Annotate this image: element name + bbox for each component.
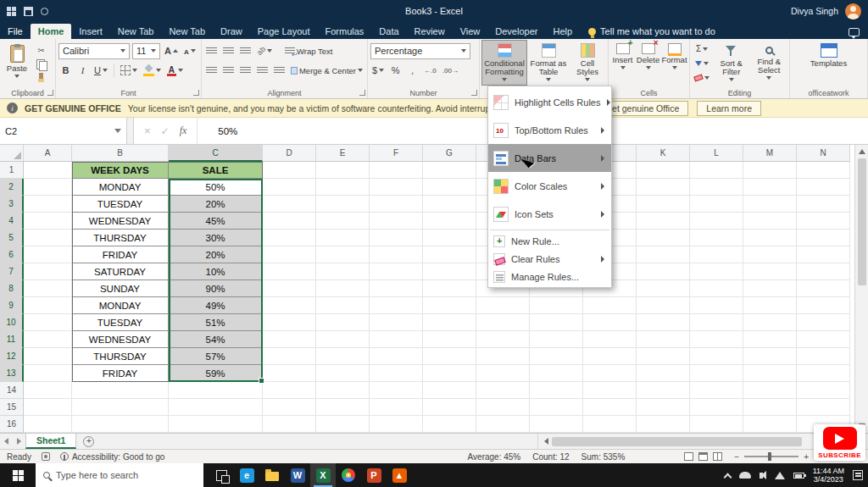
cell-C12[interactable]: 57% <box>169 348 263 365</box>
cell-N9[interactable] <box>797 297 850 314</box>
cell-N15[interactable] <box>797 399 850 416</box>
tab-new-tab[interactable]: New Tab <box>110 24 162 39</box>
taskbar-app-powerpoint[interactable]: P <box>361 463 387 487</box>
cell-I11[interactable] <box>530 331 583 348</box>
cell-F8[interactable] <box>370 280 423 297</box>
sort-filter-button[interactable]: Sort & Filter <box>714 42 749 86</box>
formula-input[interactable]: 50% <box>198 118 237 144</box>
find-select-button[interactable]: Find & Select <box>752 42 787 86</box>
cell-A9[interactable] <box>24 297 72 314</box>
cell-D4[interactable] <box>263 213 316 230</box>
bold-button[interactable]: B <box>58 63 73 78</box>
cell-J16[interactable] <box>583 416 637 433</box>
row-header-15[interactable]: 15 <box>0 399 24 416</box>
col-header-A[interactable]: A <box>24 145 72 162</box>
cell-I13[interactable] <box>530 365 583 382</box>
cell-H9[interactable] <box>476 297 530 314</box>
start-button[interactable] <box>0 463 36 487</box>
cell-H16[interactable] <box>476 416 530 433</box>
cell-M9[interactable] <box>743 297 797 314</box>
cell-K11[interactable] <box>637 331 690 348</box>
cell-E15[interactable] <box>316 399 370 416</box>
align-right-button[interactable] <box>238 63 253 78</box>
cell-E6[interactable] <box>316 246 370 263</box>
cell-D11[interactable] <box>263 331 316 348</box>
cell-K10[interactable] <box>637 314 690 331</box>
cell-M3[interactable] <box>743 196 797 213</box>
cell-M12[interactable] <box>743 348 797 365</box>
cell-E16[interactable] <box>316 416 370 433</box>
cell-C4[interactable]: 45% <box>169 213 263 230</box>
cell-E12[interactable] <box>316 348 370 365</box>
cell-N3[interactable] <box>797 196 850 213</box>
cell-M14[interactable] <box>743 382 797 399</box>
cell-N14[interactable] <box>797 382 850 399</box>
cell-C6[interactable]: 20% <box>169 246 263 263</box>
tab-help[interactable]: Help <box>545 24 580 39</box>
cell-F12[interactable] <box>370 348 423 365</box>
cell-B1[interactable]: WEEK DAYS <box>72 162 169 179</box>
normal-view-icon[interactable] <box>684 452 693 461</box>
cell-B5[interactable]: THURSDAY <box>72 230 169 246</box>
cell-H13[interactable] <box>476 365 530 382</box>
zoom-out-icon[interactable] <box>734 452 739 462</box>
cell-K1[interactable] <box>637 162 690 179</box>
cell-D14[interactable] <box>263 382 316 399</box>
comments-icon[interactable] <box>849 28 860 36</box>
cell-K6[interactable] <box>637 246 690 263</box>
cell-D2[interactable] <box>263 179 316 196</box>
cell-M13[interactable] <box>743 365 797 382</box>
cell-F2[interactable] <box>370 179 423 196</box>
cell-G2[interactable] <box>423 179 476 196</box>
cell-G12[interactable] <box>423 348 476 365</box>
cell-M8[interactable] <box>743 280 797 297</box>
cell-G11[interactable] <box>423 331 476 348</box>
cell-I16[interactable] <box>530 416 583 433</box>
cell-D7[interactable] <box>263 263 316 280</box>
cell-B10[interactable]: TUESDAY <box>72 314 169 331</box>
row-header-16[interactable]: 16 <box>0 416 24 433</box>
row-header-13[interactable]: 13 <box>0 365 24 382</box>
cell-A6[interactable] <box>24 246 72 263</box>
number-format-select[interactable]: Percentage <box>370 43 470 59</box>
cell-J13[interactable] <box>583 365 637 382</box>
zoom-slider-thumb[interactable] <box>768 452 771 461</box>
network-icon[interactable] <box>775 472 785 479</box>
cell-G16[interactable] <box>423 416 476 433</box>
cell-G7[interactable] <box>423 263 476 280</box>
format-painter-icon[interactable] <box>35 72 47 83</box>
cell-A10[interactable] <box>24 314 72 331</box>
cell-E4[interactable] <box>316 213 370 230</box>
cell-A3[interactable] <box>24 196 72 213</box>
cell-L3[interactable] <box>690 196 743 213</box>
tab-view[interactable]: View <box>453 24 488 39</box>
col-header-G[interactable]: G <box>423 145 476 162</box>
cell-L16[interactable] <box>690 416 743 433</box>
cell-L14[interactable] <box>690 382 743 399</box>
customize-quick-access-icon[interactable] <box>41 8 48 15</box>
row-header-9[interactable]: 9 <box>0 297 24 314</box>
cell-M2[interactable] <box>743 179 797 196</box>
cell-D15[interactable] <box>263 399 316 416</box>
cell-F9[interactable] <box>370 297 423 314</box>
subscribe-overlay[interactable]: SUBSCRIBE <box>814 424 865 461</box>
conditional-formatting-button[interactable]: Conditional Formatting <box>482 41 526 85</box>
col-header-C[interactable]: C <box>169 145 263 162</box>
taskbar-app-edge[interactable]: e <box>234 463 259 487</box>
cell-I15[interactable] <box>530 399 583 416</box>
col-header-M[interactable]: M <box>743 145 797 162</box>
increase-indent-button[interactable] <box>272 63 287 78</box>
cell-K7[interactable] <box>637 263 690 280</box>
cell-D13[interactable] <box>263 365 316 382</box>
cell-K8[interactable] <box>637 280 690 297</box>
cell-M1[interactable] <box>743 162 797 179</box>
row-header-14[interactable]: 14 <box>0 382 24 399</box>
cell-D3[interactable] <box>263 196 316 213</box>
percent-style-button[interactable]: % <box>388 63 403 78</box>
cell-J10[interactable] <box>583 314 637 331</box>
cell-D12[interactable] <box>263 348 316 365</box>
cut-icon[interactable]: ✂ <box>35 45 47 56</box>
col-header-F[interactable]: F <box>370 145 423 162</box>
copy-icon[interactable] <box>35 58 47 69</box>
cell-N11[interactable] <box>797 331 850 348</box>
